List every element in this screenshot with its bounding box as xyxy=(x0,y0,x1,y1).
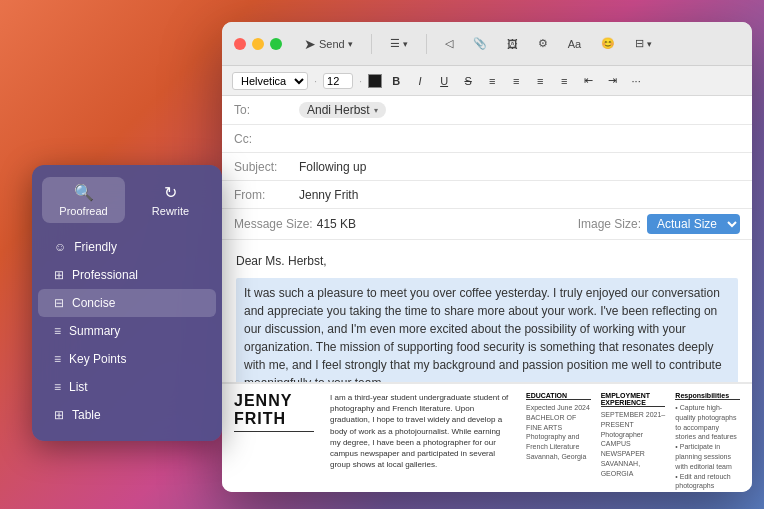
cv-education: EDUCATION Expected June 2024 BACHELOR OF… xyxy=(526,392,591,484)
indent-decrease-button[interactable]: ⇤ xyxy=(578,71,598,91)
sidebar-item-summary[interactable]: ≡ Summary xyxy=(38,317,216,345)
align-left-button[interactable]: ≡ xyxy=(482,71,502,91)
title-bar: ➤ Send ▾ ☰ ▾ ◁ 📎 🖼 ⚙ Aa 😊 ⊟ ▾ xyxy=(222,22,752,66)
emoji-icon: 😊 xyxy=(601,37,615,50)
sidebar-item-table[interactable]: ⊞ Table xyxy=(38,401,216,429)
professional-icon: ⊞ xyxy=(54,268,64,282)
cc-label: Cc: xyxy=(234,132,299,146)
font-select[interactable]: Helvetica xyxy=(232,72,308,90)
format-bar: Helvetica · · B I U S ≡ ≡ ≡ ≡ ⇤ ⇥ ··· xyxy=(222,66,752,96)
cv-responsibilities-title: Responsibilities xyxy=(675,392,740,400)
text-color-picker[interactable] xyxy=(368,74,382,88)
align-justify-button[interactable]: ≡ xyxy=(554,71,574,91)
concise-icon: ⊟ xyxy=(54,296,64,310)
key-points-icon: ≡ xyxy=(54,352,61,366)
format-icon: ☰ xyxy=(390,37,400,50)
cv-education-title: EDUCATION xyxy=(526,392,591,400)
close-button[interactable] xyxy=(234,38,246,50)
friendly-icon: ☺ xyxy=(54,240,66,254)
cv-bio: I am a third-year student undergraduate … xyxy=(330,392,510,484)
cv-name-block: JENNY FRITH xyxy=(234,392,314,484)
font-button[interactable]: Aa xyxy=(562,35,587,53)
back-icon: ◁ xyxy=(445,37,453,50)
sidebar-item-professional[interactable]: ⊞ Professional xyxy=(38,261,216,289)
subject-label: Subject: xyxy=(234,160,299,174)
italic-button[interactable]: I xyxy=(410,71,430,91)
insert-button[interactable]: ⊟ ▾ xyxy=(629,34,658,53)
send-label: Send xyxy=(319,38,345,50)
more-format-button[interactable]: ··· xyxy=(626,71,646,91)
align-center-button[interactable]: ≡ xyxy=(506,71,526,91)
cv-name-line2: FRITH xyxy=(234,410,286,427)
send-icon: ➤ xyxy=(304,36,316,52)
sidebar-item-friendly[interactable]: ☺ Friendly xyxy=(38,233,216,261)
format-toggle-button[interactable]: ☰ ▾ xyxy=(384,34,414,53)
photo-button[interactable]: 🖼 xyxy=(501,35,524,53)
to-label: To: xyxy=(234,103,299,117)
cv-name-sub xyxy=(234,431,314,434)
nav-back-button[interactable]: ◁ xyxy=(439,34,459,53)
chevron-down-icon-3: ▾ xyxy=(647,39,652,49)
sidebar-item-summary-label: Summary xyxy=(69,324,120,338)
email-body[interactable]: Dear Ms. Herbst, It was such a pleasure … xyxy=(222,240,752,382)
emoji-button[interactable]: 😊 xyxy=(595,34,621,53)
sidebar-panel: 🔍 Proofread ↻ Rewrite ☺ Friendly ⊞ Profe… xyxy=(32,165,222,441)
indent-increase-button[interactable]: ⇥ xyxy=(602,71,622,91)
from-label: From: xyxy=(234,188,299,202)
tab-proofread[interactable]: 🔍 Proofread xyxy=(42,177,125,223)
traffic-lights xyxy=(234,38,282,50)
send-button[interactable]: ➤ Send ▾ xyxy=(298,33,359,55)
cv-employment-title: EMPLOYMENT EXPERIENCE xyxy=(601,392,666,407)
font-size-input[interactable] xyxy=(323,73,353,89)
cv-name: JENNY FRITH xyxy=(234,392,314,427)
email-greeting: Dear Ms. Herbst, xyxy=(236,252,738,270)
sidebar-item-friendly-label: Friendly xyxy=(74,240,117,254)
bold-button[interactable]: B xyxy=(386,71,406,91)
sidebar-item-table-label: Table xyxy=(72,408,101,422)
paperclip-icon: 📎 xyxy=(473,37,487,50)
sidebar-item-concise-label: Concise xyxy=(72,296,115,310)
chevron-down-icon: ▾ xyxy=(348,39,353,49)
cv-education-content: Expected June 2024 BACHELOR OF FINE ARTS… xyxy=(526,403,591,462)
table-icon: ⊞ xyxy=(54,408,64,422)
msg-size-value: 415 KB xyxy=(317,217,356,231)
sidebar-item-concise[interactable]: ⊟ Concise xyxy=(38,289,216,317)
proofread-icon: 🔍 xyxy=(74,183,94,202)
img-size-select[interactable]: Actual Size xyxy=(647,214,740,234)
maximize-button[interactable] xyxy=(270,38,282,50)
from-field-row: From: Jenny Frith xyxy=(222,181,752,209)
divider1 xyxy=(371,34,372,54)
list-icon: ≡ xyxy=(54,380,61,394)
header-fields: To: Andi Herbst ▾ Cc: Subject: Following… xyxy=(222,96,752,240)
minimize-button[interactable] xyxy=(252,38,264,50)
underline-button[interactable]: U xyxy=(434,71,454,91)
from-value: Jenny Frith xyxy=(299,188,740,202)
divider2 xyxy=(426,34,427,54)
cc-field-row: Cc: xyxy=(222,125,752,153)
gear-icon: ⚙ xyxy=(538,37,548,50)
photo-icon: 🖼 xyxy=(507,38,518,50)
align-right-button[interactable]: ≡ xyxy=(530,71,550,91)
cv-employment-content: SEPTEMBER 2021–PRESENT Photographer CAMP… xyxy=(601,410,666,479)
img-size-label: Image Size: xyxy=(578,217,641,231)
to-recipient-chip[interactable]: Andi Herbst ▾ xyxy=(299,102,386,118)
attach-button[interactable]: 📎 xyxy=(467,34,493,53)
sidebar-item-professional-label: Professional xyxy=(72,268,138,282)
sidebar-item-key-points[interactable]: ≡ Key Points xyxy=(38,345,216,373)
to-field-row: To: Andi Herbst ▾ xyxy=(222,96,752,125)
tab-proofread-label: Proofread xyxy=(59,205,107,217)
subject-field-row: Subject: Following up xyxy=(222,153,752,181)
strikethrough-button[interactable]: S xyxy=(458,71,478,91)
sidebar-tabs: 🔍 Proofread ↻ Rewrite xyxy=(32,177,222,223)
chevron-down-icon-2: ▾ xyxy=(403,39,408,49)
mail-window: ➤ Send ▾ ☰ ▾ ◁ 📎 🖼 ⚙ Aa 😊 ⊟ ▾ xyxy=(222,22,752,492)
msg-size-label: Message Size: xyxy=(234,217,313,231)
cv-sections: EDUCATION Expected June 2024 BACHELOR OF… xyxy=(526,392,740,484)
cv-employment: EMPLOYMENT EXPERIENCE SEPTEMBER 2021–PRE… xyxy=(601,392,666,484)
sidebar-item-list-label: List xyxy=(69,380,88,394)
rewrite-icon: ↻ xyxy=(164,183,177,202)
tab-rewrite[interactable]: ↻ Rewrite xyxy=(129,177,212,223)
subject-value[interactable]: Following up xyxy=(299,160,740,174)
sidebar-item-list[interactable]: ≡ List xyxy=(38,373,216,401)
gear-button[interactable]: ⚙ xyxy=(532,34,554,53)
